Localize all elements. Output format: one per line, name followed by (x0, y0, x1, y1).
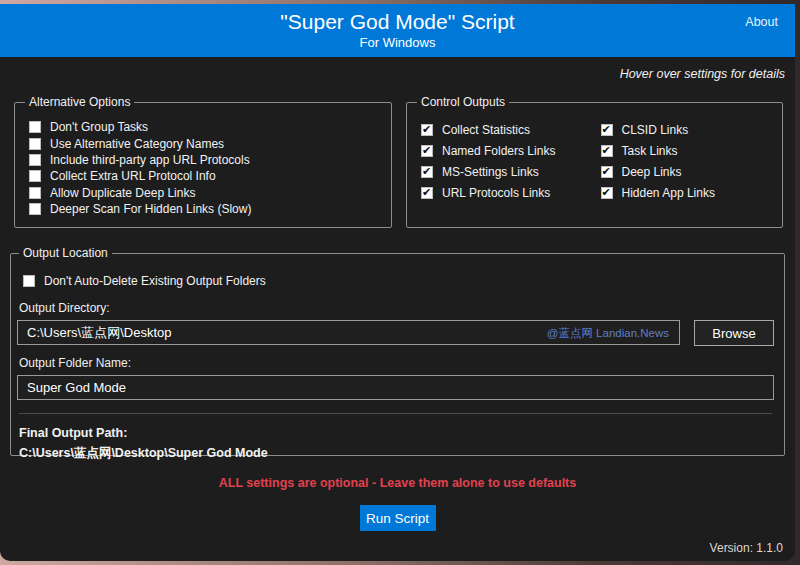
final-output-path-label: Final Output Path: (19, 426, 774, 440)
checkbox-checked[interactable] (601, 166, 613, 178)
checkbox-label: Use Alternative Category Names (50, 137, 224, 151)
checkbox-label: Named Folders Links (442, 144, 555, 158)
about-link[interactable]: About (745, 15, 778, 29)
checkbox-checked[interactable] (421, 187, 433, 199)
checkbox-row[interactable]: Don't Group Tasks (23, 119, 383, 135)
checkbox-checked[interactable] (421, 145, 433, 157)
checkbox-label: Collect Statistics (442, 123, 530, 137)
browse-button[interactable]: Browse (694, 320, 774, 346)
app-title: "Super God Mode" Script (0, 4, 795, 35)
checkbox-unchecked[interactable] (29, 203, 41, 215)
checkbox-unchecked[interactable] (29, 121, 41, 133)
checkbox-label: Hidden App Links (622, 186, 715, 200)
settings-warning-text: ALL settings are optional - Leave them a… (0, 476, 795, 490)
checkbox-unchecked[interactable] (29, 154, 41, 166)
output-directory-row: @蓝点网 Landian.News Browse (17, 320, 774, 346)
hover-hint-text: Hover over settings for details (0, 67, 785, 83)
checkbox-row[interactable]: Deep Links (595, 161, 775, 182)
checkbox-label: Don't Auto-Delete Existing Output Folder… (44, 274, 266, 288)
alternative-options-list: Don't Group TasksUse Alternative Categor… (23, 119, 383, 217)
output-directory-input[interactable] (17, 320, 680, 345)
output-folder-label: Output Folder Name: (19, 356, 774, 370)
checkbox-unchecked[interactable] (23, 275, 35, 287)
output-location-legend: Output Location (19, 246, 112, 260)
checkbox-label: Don't Group Tasks (50, 120, 148, 134)
checkbox-checked[interactable] (601, 124, 613, 136)
control-outputs-group: Control Outputs Collect StatisticsNamed … (406, 95, 783, 228)
checkbox-checked[interactable] (421, 124, 433, 136)
checkbox-row[interactable]: Use Alternative Category Names (23, 135, 383, 151)
checkbox-row[interactable]: Don't Auto-Delete Existing Output Folder… (17, 270, 774, 291)
app-window: "Super God Mode" Script For Windows Abou… (0, 4, 795, 561)
output-folder-input[interactable] (17, 375, 774, 400)
checkbox-row[interactable]: CLSID Links (595, 119, 775, 140)
checkbox-label: CLSID Links (622, 123, 689, 137)
output-location-group: Output Location Don't Auto-Delete Existi… (10, 246, 785, 456)
checkbox-row[interactable]: Hidden App Links (595, 182, 775, 203)
checkbox-row[interactable]: Collect Statistics (415, 119, 595, 140)
run-script-button[interactable]: Run Script (360, 505, 436, 531)
checkbox-row[interactable]: Deeper Scan For Hidden Links (Slow) (23, 201, 383, 217)
final-output-path-value: C:\Users\蓝点网\Desktop\Super God Mode (19, 445, 774, 462)
control-outputs-columns: Collect StatisticsNamed Folders LinksMS-… (415, 119, 774, 203)
checkbox-row[interactable]: Allow Duplicate Deep Links (23, 185, 383, 201)
top-groups-row: Alternative Options Don't Group TasksUse… (14, 95, 783, 228)
alternative-options-group: Alternative Options Don't Group TasksUse… (14, 95, 392, 228)
control-outputs-col1: Collect StatisticsNamed Folders LinksMS-… (415, 119, 595, 203)
checkbox-row[interactable]: Named Folders Links (415, 140, 595, 161)
checkbox-label: Collect Extra URL Protocol Info (50, 169, 216, 183)
checkbox-checked[interactable] (601, 187, 613, 199)
checkbox-label: Deep Links (622, 165, 682, 179)
checkbox-label: URL Protocols Links (442, 186, 550, 200)
control-outputs-legend: Control Outputs (417, 95, 509, 109)
separator-line (19, 413, 772, 414)
alternative-options-legend: Alternative Options (25, 95, 134, 109)
checkbox-unchecked[interactable] (29, 170, 41, 182)
checkbox-row[interactable]: Include third-party app URL Protocols (23, 152, 383, 168)
checkbox-row[interactable]: Task Links (595, 140, 775, 161)
checkbox-unchecked[interactable] (29, 187, 41, 199)
checkbox-label: MS-Settings Links (442, 165, 539, 179)
checkbox-checked[interactable] (421, 166, 433, 178)
checkbox-unchecked[interactable] (29, 138, 41, 150)
checkbox-label: Task Links (622, 144, 678, 158)
checkbox-row[interactable]: MS-Settings Links (415, 161, 595, 182)
checkbox-label: Deeper Scan For Hidden Links (Slow) (50, 202, 251, 216)
checkbox-row[interactable]: URL Protocols Links (415, 182, 595, 203)
output-directory-label: Output Directory: (19, 301, 774, 315)
header-bar: "Super God Mode" Script For Windows Abou… (0, 4, 795, 57)
version-text: Version: 1.1.0 (710, 541, 783, 555)
checkbox-checked[interactable] (601, 145, 613, 157)
checkbox-label: Allow Duplicate Deep Links (50, 186, 195, 200)
control-outputs-col2: CLSID LinksTask LinksDeep LinksHidden Ap… (595, 119, 775, 203)
app-subtitle: For Windows (0, 35, 795, 51)
checkbox-label: Include third-party app URL Protocols (50, 153, 250, 167)
checkbox-row[interactable]: Collect Extra URL Protocol Info (23, 168, 383, 184)
auto-delete-checkbox-wrap: Don't Auto-Delete Existing Output Folder… (17, 270, 774, 291)
output-directory-input-wrap: @蓝点网 Landian.News (17, 320, 680, 346)
